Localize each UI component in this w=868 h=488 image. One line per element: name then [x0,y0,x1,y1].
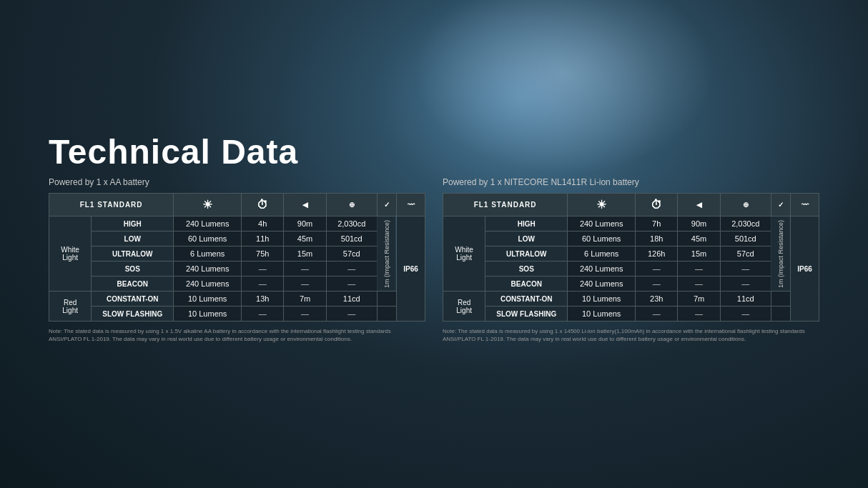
table-row: SLOW FLASHING 10 Lumens — — — [443,307,819,322]
mode-constant-right: CONSTANT-ON [485,292,568,307]
table-row: WhiteLight HIGH 240 Lumens 7h 90m 2,030c… [443,216,819,231]
beam-header-left: ⊕ [326,194,377,216]
table-row: SLOW FLASHING 10 Lumens — — — [49,307,425,322]
right-table: FL1 STANDARD ☀ ⏱ ◀ ⊕ ✓ 〰 WhiteLight HIGH… [443,193,819,322]
right-table-subtitle: Powered by 1 x NITECORE NL1411R Li-ion b… [443,177,819,187]
table-row: SOS 240 Lumens — — — [49,262,425,277]
mode-beacon-left: BEACON [92,277,174,292]
red-light-group-right: RedLight [443,292,485,322]
water-header-left: 〰 [397,194,425,216]
ip66-left: IP66 [397,216,425,322]
beam-header-right: ⊕ [720,194,771,216]
mode-low-right: LOW [485,231,568,247]
page-title: Technical Data [49,132,819,171]
table-row: RedLight CONSTANT-ON 10 Lumens 13h 7m 11… [49,292,425,307]
table-row: SOS 240 Lumens — — — [443,262,819,277]
white-light-group-right: WhiteLight [443,216,485,292]
mode-low-left: LOW [92,231,174,247]
ip66-right: IP66 [791,216,819,322]
right-table-note: Note: The stated data is measured by usi… [443,327,814,343]
brightness-header-right: ☀ [568,194,636,216]
red-light-group-left: RedLight [49,292,92,322]
mode-ultralow-right: ULTRALOW [485,247,568,262]
distance-header-left: ◀ [284,194,326,216]
check-header-right: ✓ [771,194,790,216]
left-table-section: Powered by 1 x AA battery FL1 STANDARD ☀ [49,177,425,343]
table-row: BEACON 240 Lumens — — — [443,277,819,292]
mode-slow-flash-left: SLOW FLASHING [92,307,174,322]
right-table-section: Powered by 1 x NITECORE NL1411R Li-ion b… [443,177,819,343]
fl1-standard-header-right: FL1 STANDARD [443,194,568,216]
main-content: Technical Data Powered by 1 x AA battery [0,0,868,364]
mode-sos-left: SOS [92,262,174,277]
water-header-right: 〰 [791,194,819,216]
mode-constant-left: CONSTANT-ON [92,292,174,307]
table-row: LOW 60 Lumens 18h 45m 501cd [443,231,819,247]
left-table: FL1 STANDARD ☀ ⏱ ◀ ⊕ ✓ 〰 WhiteLight HIGH [49,193,425,322]
mode-high-right: HIGH [485,216,568,231]
mode-sos-right: SOS [485,262,568,277]
table-row: RedLight CONSTANT-ON 10 Lumens 23h 7m 11… [443,292,819,307]
table-row: WhiteLight HIGH 240 Lumens 4h 90m 2,030c… [49,216,425,231]
mode-high-left: HIGH [92,216,174,231]
tables-wrapper: Powered by 1 x AA battery FL1 STANDARD ☀ [49,177,819,343]
table-row: BEACON 240 Lumens — — — [49,277,425,292]
table-row: ULTRALOW 6 Lumens 75h 15m 57cd [49,247,425,262]
left-table-subtitle: Powered by 1 x AA battery [49,177,425,187]
table-row: ULTRALOW 6 Lumens 126h 15m 57cd [443,247,819,262]
impact-resistance-left: 1m (Impact Resistance) [377,216,396,292]
left-table-note: Note: The stated data is measured by usi… [49,327,420,343]
impact-resistance-right: 1m (Impact Resistance) [771,216,790,292]
time-header-right: ⏱ [636,194,678,216]
time-header-left: ⏱ [242,194,284,216]
brightness-header-left: ☀ [174,194,242,216]
mode-slow-flash-right: SLOW FLASHING [485,307,568,322]
white-light-group-left: WhiteLight [49,216,92,292]
mode-beacon-right: BEACON [485,277,568,292]
mode-ultralow-left: ULTRALOW [92,247,174,262]
check-header-left: ✓ [377,194,396,216]
fl1-standard-header-left: FL1 STANDARD [49,194,174,216]
distance-header-right: ◀ [678,194,720,216]
table-row: LOW 60 Lumens 11h 45m 501cd [49,231,425,247]
